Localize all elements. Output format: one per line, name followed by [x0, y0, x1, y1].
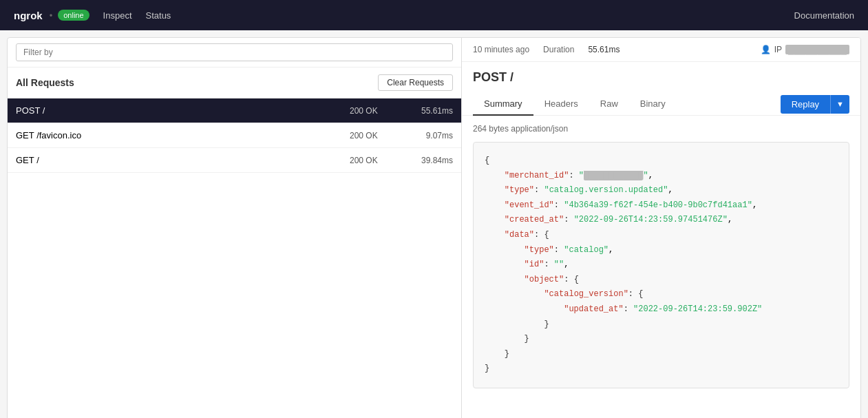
filter-input[interactable]: [16, 43, 453, 61]
tab-summary[interactable]: Summary: [473, 93, 533, 116]
main-container: All Requests Clear Requests POST / 200 O…: [7, 37, 861, 418]
request-method-path: POST /: [16, 105, 350, 116]
replay-button[interactable]: Replay: [781, 95, 830, 114]
detail-title: POST /: [462, 62, 860, 93]
request-status: 200 OK: [350, 131, 405, 140]
requests-header: All Requests Clear Requests: [8, 67, 461, 98]
tab-raw[interactable]: Raw: [589, 93, 629, 116]
detail-duration-value: 55.61ms: [588, 45, 620, 54]
content-type-label: 264 bytes application/json: [473, 124, 849, 134]
filter-bar: [8, 38, 461, 67]
request-duration: 9.07ms: [405, 131, 453, 140]
request-item[interactable]: GET /favicon.ico 200 OK 9.07ms: [8, 123, 461, 148]
left-panel: All Requests Clear Requests POST / 200 O…: [8, 38, 462, 418]
request-status: 200 OK: [350, 106, 405, 116]
request-item[interactable]: POST / 200 OK 55.61ms: [8, 98, 461, 123]
all-requests-title: All Requests: [16, 77, 74, 88]
nav-documentation[interactable]: Documentation: [794, 10, 854, 21]
replay-button-group: Replay ▼: [781, 95, 849, 114]
json-display: { "merchant_id": "████████████", "type":…: [473, 142, 849, 388]
replay-dropdown-button[interactable]: ▼: [830, 95, 849, 114]
detail-duration-label: Duration: [543, 45, 574, 54]
detail-header: 10 minutes ago Duration 55.61ms 👤 IP ███…: [462, 38, 860, 62]
ip-label: IP: [774, 45, 782, 54]
nav-inspect[interactable]: Inspect: [103, 10, 132, 21]
request-duration: 55.61ms: [405, 106, 453, 116]
nav-links: Inspect Status: [103, 10, 171, 21]
detail-ip: 👤 IP ██████████: [761, 45, 849, 54]
tab-headers[interactable]: Headers: [533, 93, 589, 116]
status-badge: online: [58, 10, 89, 21]
ip-value: ██████████: [785, 45, 849, 54]
request-duration: 39.84ms: [405, 156, 453, 165]
detail-body: 264 bytes application/json { "merchant_i…: [462, 116, 860, 418]
user-icon: 👤: [761, 45, 771, 54]
detail-time: 10 minutes ago: [473, 45, 529, 54]
request-item[interactable]: GET / 200 OK 39.84ms: [8, 148, 461, 173]
brand-logo: ngrok: [14, 10, 43, 21]
top-nav: ngrok • online Inspect Status Documentat…: [0, 0, 868, 30]
tabs-row: Summary Headers Raw Binary Replay ▼: [462, 93, 860, 116]
nav-status[interactable]: Status: [146, 10, 171, 21]
requests-list: POST / 200 OK 55.61ms GET /favicon.ico 2…: [8, 98, 461, 418]
tab-binary[interactable]: Binary: [629, 93, 677, 116]
request-method-path: GET /favicon.ico: [16, 130, 350, 140]
clear-requests-button[interactable]: Clear Requests: [378, 74, 453, 91]
request-method-path: GET /: [16, 155, 350, 165]
right-panel: 10 minutes ago Duration 55.61ms 👤 IP ███…: [462, 38, 860, 418]
request-status: 200 OK: [350, 156, 405, 165]
nav-dot: •: [50, 10, 53, 21]
